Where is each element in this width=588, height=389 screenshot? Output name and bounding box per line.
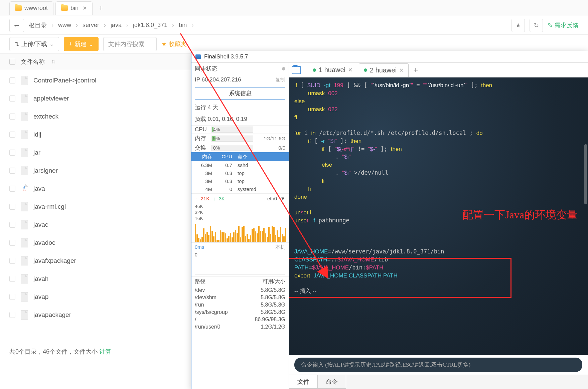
file-name: javafxpackager bbox=[33, 257, 76, 264]
add-terminal-tab[interactable]: + bbox=[410, 65, 421, 75]
network-stats: ↑21K ↓3K eth0 ▼ bbox=[191, 193, 289, 203]
plus-icon: + bbox=[69, 41, 72, 48]
row-checkbox[interactable] bbox=[9, 240, 15, 246]
row-checkbox[interactable] bbox=[9, 114, 15, 120]
scrollbar[interactable] bbox=[584, 144, 587, 204]
disk-row[interactable]: /run/user/01.2G/1.2G bbox=[191, 323, 289, 331]
open-folder-icon[interactable] bbox=[292, 66, 301, 74]
close-icon[interactable]: ✕ bbox=[83, 5, 87, 11]
crumb[interactable]: java bbox=[108, 20, 124, 31]
upload-button[interactable]: ⇅ 上传/下载 ⌄ bbox=[9, 37, 59, 51]
file-name: idlj bbox=[33, 131, 41, 138]
file-name: javap bbox=[33, 293, 48, 301]
sort-icon[interactable]: ⇅ bbox=[51, 59, 55, 64]
chevron-down-icon: ⌄ bbox=[89, 40, 94, 48]
file-name: javah bbox=[33, 275, 48, 282]
file-name: javapackager bbox=[33, 311, 71, 319]
sync-status: 同步状态 bbox=[191, 63, 289, 74]
chevron-down-icon[interactable]: ▼ bbox=[280, 196, 285, 201]
favorites-button[interactable]: ★ 收藏夹 bbox=[161, 40, 187, 48]
back-button[interactable]: ← bbox=[9, 19, 24, 32]
col-name[interactable]: 文件名称 bbox=[21, 58, 45, 66]
refresh-button[interactable]: ↻ bbox=[530, 19, 543, 32]
insert-mode-indicator: -- 插入 -- bbox=[294, 288, 316, 294]
disk-row[interactable]: /dev5.8G/5.8G bbox=[191, 286, 289, 294]
file-name: javadoc bbox=[33, 239, 55, 246]
row-checkbox[interactable] bbox=[9, 132, 15, 138]
status-dot-icon bbox=[364, 68, 367, 72]
process-row[interactable]: 4M0systemd bbox=[191, 185, 289, 193]
tab-bin[interactable]: bin ✕ bbox=[55, 1, 93, 15]
file-icon bbox=[21, 130, 28, 139]
close-icon[interactable]: ✕ bbox=[399, 67, 404, 73]
crumb[interactable]: www bbox=[55, 20, 74, 31]
command-input[interactable]: 命令输入 (按ALT键提示历史,TAB键路径,ESC键返回,双击CTRL切换) bbox=[294, 358, 582, 372]
download-icon: ↓ bbox=[213, 196, 215, 201]
row-checkbox[interactable] bbox=[9, 168, 15, 174]
folder-icon bbox=[61, 5, 68, 11]
disk-row[interactable]: /run5.8G/5.8G bbox=[191, 301, 289, 309]
file-icon bbox=[21, 166, 28, 175]
tab-file[interactable]: 文件 bbox=[289, 375, 318, 389]
row-checkbox[interactable] bbox=[9, 77, 15, 83]
file-name: javac bbox=[33, 221, 48, 228]
process-header[interactable]: 内存 CPU 命令 bbox=[191, 152, 289, 161]
status-dot-icon bbox=[313, 68, 316, 72]
file-name: extcheck bbox=[33, 113, 58, 120]
process-row[interactable]: 6.3M0.7sshd bbox=[191, 161, 289, 169]
disk-row[interactable]: /dev/shm5.8G/5.8G bbox=[191, 294, 289, 301]
close-icon[interactable]: ✕ bbox=[348, 67, 352, 73]
ping-chart bbox=[195, 258, 285, 274]
disk-row[interactable]: /sys/fs/cgroup5.8G/5.8G bbox=[191, 309, 289, 316]
tab-wwwroot[interactable]: wwwroot bbox=[9, 1, 53, 15]
add-tab-button[interactable]: + bbox=[95, 2, 107, 14]
file-icon bbox=[21, 310, 28, 320]
select-all-checkbox[interactable] bbox=[9, 59, 15, 65]
disk-header: 路径 可用/大小 bbox=[191, 276, 289, 286]
chevron-right-icon: › bbox=[51, 22, 53, 29]
cpu-meter: CPU 4% bbox=[191, 125, 289, 134]
sysinfo-button[interactable]: 系统信息 bbox=[195, 87, 285, 100]
chevron-right-icon: › bbox=[126, 22, 128, 29]
row-checkbox[interactable] bbox=[9, 276, 15, 282]
row-checkbox[interactable] bbox=[9, 204, 15, 210]
net-y-labels: 46K32K16K bbox=[191, 203, 289, 222]
process-row[interactable]: 3M0.3top bbox=[191, 169, 289, 177]
tab-label: wwwroot bbox=[24, 5, 48, 12]
chevron-right-icon: › bbox=[191, 22, 193, 29]
row-checkbox[interactable] bbox=[9, 258, 15, 264]
row-checkbox[interactable] bbox=[9, 222, 15, 228]
row-checkbox[interactable] bbox=[9, 150, 15, 156]
terminal-tab-2[interactable]: 2 huawei ✕ bbox=[359, 63, 409, 77]
terminal-tab-1[interactable]: 1 huawei ✕ bbox=[308, 63, 357, 77]
window-titlebar[interactable]: FinalShell 3.9.5.7 bbox=[191, 51, 588, 63]
crumb[interactable]: bin bbox=[176, 20, 189, 31]
tab-label: bin bbox=[70, 5, 79, 12]
crumb[interactable]: server bbox=[80, 20, 102, 31]
finalshell-window: FinalShell 3.9.5.7 同步状态 IP 60.204.207.21… bbox=[191, 51, 588, 389]
tab-command[interactable]: 命令 bbox=[317, 375, 346, 389]
process-row[interactable]: 3M0.3top bbox=[191, 177, 289, 185]
row-checkbox[interactable] bbox=[9, 312, 15, 318]
ping-row: 0ms 本机 bbox=[191, 242, 289, 252]
crumb[interactable]: jdk1.8.0_371 bbox=[130, 20, 170, 31]
search-input[interactable]: 文件内容搜索 bbox=[103, 37, 157, 51]
crumb[interactable]: 根目录 bbox=[26, 19, 49, 31]
calculate-link[interactable]: 计算 bbox=[99, 348, 111, 355]
row-checkbox[interactable] bbox=[9, 95, 15, 102]
file-icon bbox=[21, 148, 28, 157]
terminal[interactable]: if [ $UID -gt 199 ] && [ "`/usr/bin/id -… bbox=[289, 77, 588, 355]
file-name: jar bbox=[33, 149, 40, 156]
file-icon bbox=[21, 112, 28, 121]
star-button[interactable]: ★ bbox=[511, 19, 525, 32]
feedback-link[interactable]: ✎ 需求反馈 bbox=[548, 21, 579, 29]
uptime: 运行 4 天 bbox=[191, 102, 289, 113]
disk-row[interactable]: /86.9G/98.3G bbox=[191, 316, 289, 323]
file-icon bbox=[21, 292, 28, 302]
row-checkbox[interactable] bbox=[9, 294, 15, 300]
new-button[interactable]: + 新建 ⌄ bbox=[64, 37, 99, 51]
file-icon bbox=[21, 76, 28, 85]
copy-button[interactable]: 复制 bbox=[275, 77, 285, 83]
row-checkbox[interactable] bbox=[9, 186, 15, 192]
load: 负载 0.01, 0.16, 0.19 bbox=[191, 113, 289, 125]
